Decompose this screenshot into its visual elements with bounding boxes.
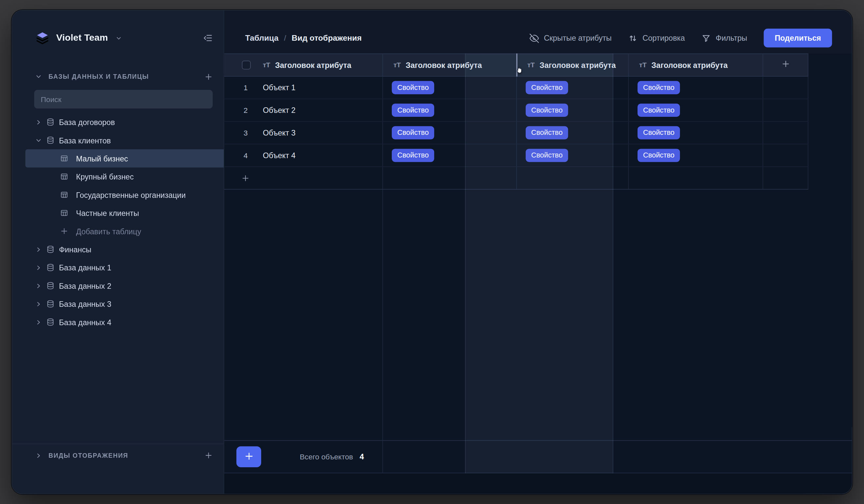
first-column-extension [224,190,383,440]
sidebar-item[interactable]: Государственные организации [25,186,224,204]
add-view-icon[interactable] [204,451,213,459]
chevron-down-icon[interactable] [35,73,42,80]
attribute-cell[interactable]: Свойство [383,144,517,166]
chevron-down-icon[interactable] [116,35,121,41]
attribute-cell[interactable]: Свойство [517,76,629,98]
sidebar-item[interactable]: Крупный бизнес [25,167,224,185]
workspace-name[interactable]: Violet Team [56,33,108,44]
table-empty-area [224,190,852,440]
sorting-button[interactable]: Сортировка [628,34,685,43]
object-name-cell[interactable]: 4Объект 4 [224,144,383,166]
table-row: 3Объект 3СвойствоСвойствоСвойство [224,122,808,144]
table-rows: 1Объект 1СвойствоСвойствоСвойство2Объект… [224,76,852,167]
attribute-cell[interactable]: Свойство [383,76,517,98]
add-column-button[interactable] [763,54,808,76]
database-icon [46,118,55,126]
plus-icon [781,59,790,71]
table-header-row: тT Заголовок атрибута тT Заголовок атриб… [224,53,808,77]
breadcrumb-parent[interactable]: Таблица [245,34,278,42]
plus-icon [244,451,254,462]
sidebar-item-label: Малый бизнес [76,154,128,163]
app-window: Violet Team БАЗЫ ДАННЫХ И ТАБЛИЦЫ База д… [11,10,852,494]
sidebar-item[interactable]: Добавить таблицу [25,222,224,240]
property-chip[interactable]: Свойство [392,149,434,162]
add-row-button[interactable] [224,167,383,189]
property-chip[interactable]: Свойство [638,81,680,95]
attribute-cell[interactable]: Свойство [629,99,763,121]
column-header[interactable]: тT Заголовок атрибута [224,54,383,76]
database-icon [46,318,55,326]
text-type-icon: тT [394,61,401,69]
filters-button[interactable]: Фильтры [701,34,747,43]
attribute-cell[interactable]: Свойство [517,99,629,121]
add-database-icon[interactable] [204,73,213,81]
property-chip[interactable]: Свойство [638,149,680,162]
search-input[interactable] [34,95,213,103]
attribute-cell[interactable]: Свойство [629,144,763,166]
sidebar-item[interactable]: Частные клиенты [25,204,224,222]
property-chip[interactable]: Свойство [392,81,434,95]
desktop-background: Violet Team БАЗЫ ДАННЫХ И ТАБЛИЦЫ База д… [0,0,864,504]
column-header[interactable]: тT Заголовок атрибута [383,54,517,76]
filters-label: Фильтры [716,34,747,42]
share-button[interactable]: Поделиться [764,28,832,47]
row-number: 3 [243,129,255,137]
sidebar-item[interactable]: Финансы [25,240,224,258]
sidebar-item[interactable]: База договоров [25,113,224,131]
table-icon [60,191,68,199]
empty-cell [763,144,808,166]
sidebar-item[interactable]: База данных 1 [25,259,224,277]
attribute-cell[interactable]: Свойство [629,76,763,98]
attribute-cell[interactable]: Свойство [517,122,629,144]
views-section-header[interactable]: ВИДЫ ОТОБРАЖЕНИЯ [12,444,224,467]
breadcrumb-separator: / [284,34,287,42]
sidebar-item-label: База данных 2 [59,281,111,290]
property-chip[interactable]: Свойство [638,103,680,117]
column-header-label: Заголовок атрибута [275,61,351,70]
add-row-row[interactable] [224,167,808,190]
chevron-right-icon[interactable] [35,246,42,253]
attribute-cell[interactable]: Свойство [629,122,763,144]
table-footer: Всего объектов 4 [224,440,852,473]
hidden-attributes-button[interactable]: Скрытые атрибуты [530,34,612,43]
chevron-right-icon[interactable] [35,301,42,307]
eye-off-icon [530,34,539,43]
add-object-button[interactable] [236,446,261,467]
select-all-checkbox[interactable] [242,61,251,70]
column-header-label: Заголовок атрибута [651,61,728,70]
attribute-cell[interactable]: Свойство [383,99,517,121]
sidebar-item-label: Финансы [59,245,92,254]
empty-cell [383,167,517,189]
property-chip[interactable]: Свойство [392,103,434,117]
object-name-cell[interactable]: 2Объект 2 [224,99,383,121]
sidebar-item[interactable]: База клиентов [25,131,224,149]
sidebar-item[interactable]: База данных 3 [25,295,224,313]
objects-total-value: 4 [360,453,364,461]
sidebar-item[interactable]: Малый бизнес [25,149,224,167]
chevron-down-icon[interactable] [35,137,42,143]
attribute-cell[interactable]: Свойство [383,122,517,144]
property-chip[interactable]: Свойство [638,126,680,140]
databases-section-header[interactable]: БАЗЫ ДАННЫХ И ТАБЛИЦЫ [12,65,224,88]
collapse-sidebar-icon[interactable] [203,33,213,43]
sidebar-item[interactable]: База данных 4 [25,313,224,331]
property-chip[interactable]: Свойство [526,126,568,140]
breadcrumb-current[interactable]: Вид отображения [292,34,362,42]
column-header[interactable]: тT Заголовок атрибута [629,54,763,76]
chevron-right-icon[interactable] [35,452,42,459]
property-chip[interactable]: Свойство [392,126,434,140]
property-chip[interactable]: Свойство [526,103,568,117]
object-name-cell[interactable]: 3Объект 3 [224,122,383,144]
chevron-right-icon[interactable] [35,119,42,125]
chevron-right-icon[interactable] [35,264,42,271]
sidebar-item[interactable]: База данных 2 [25,277,224,295]
object-name-cell[interactable]: 1Объект 1 [224,76,383,98]
chevron-right-icon[interactable] [35,283,42,289]
property-chip[interactable]: Свойство [526,149,568,162]
property-chip[interactable]: Свойство [526,81,568,95]
chevron-right-icon[interactable] [35,319,42,325]
column-header[interactable]: тT Заголовок атрибута [517,54,629,76]
attribute-cell[interactable]: Свойство [517,144,629,166]
plus-icon [60,227,68,235]
empty-cell [763,99,808,121]
